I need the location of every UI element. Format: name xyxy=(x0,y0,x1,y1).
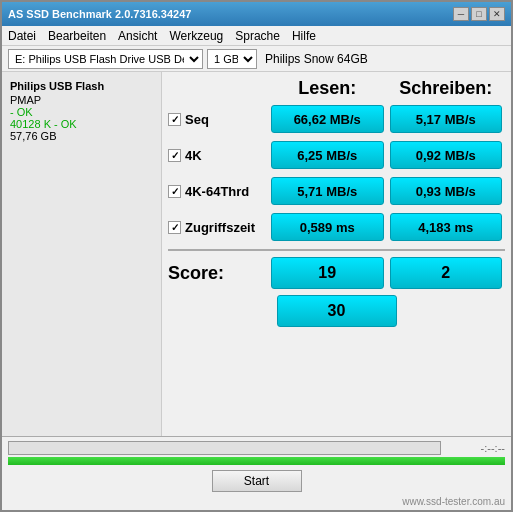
lesen-header: Lesen: xyxy=(268,78,387,99)
score-total-row: 30 xyxy=(168,295,505,327)
window-title: AS SSD Benchmark 2.0.7316.34247 xyxy=(8,8,191,20)
watermark: www.ssd-tester.com.au xyxy=(2,496,511,510)
start-button[interactable]: Start xyxy=(212,470,302,492)
bench-row-4k: ✓ 4K 6,25 MB/s 0,92 MB/s xyxy=(168,139,505,171)
bench-row-4k64: ✓ 4K-64Thrd 5,71 MB/s 0,93 MB/s xyxy=(168,175,505,207)
progress-time: -:--:-- xyxy=(445,442,505,454)
zugriffszeit-checkbox[interactable]: ✓ xyxy=(168,221,181,234)
zugriffszeit-schreiben-value: 4,183 ms xyxy=(390,213,503,241)
toolbar: E: Philips USB Flash Drive USB Device 1 … xyxy=(2,46,511,72)
green-status-bar xyxy=(8,457,505,465)
bench-row-zugriffszeit: ✓ Zugriffszeit 0,589 ms 4,183 ms xyxy=(168,211,505,243)
score-total-value: 30 xyxy=(277,295,397,327)
score-row: Score: 19 2 xyxy=(168,255,505,291)
close-button[interactable]: ✕ xyxy=(489,7,505,21)
menu-datei[interactable]: Datei xyxy=(8,29,36,43)
bench-row-seq: ✓ Seq 66,62 MB/s 5,17 MB/s xyxy=(168,103,505,135)
score-schreiben-value: 2 xyxy=(390,257,503,289)
progress-bar-bg xyxy=(8,441,441,455)
4k64-checkbox[interactable]: ✓ xyxy=(168,185,181,198)
4k-schreiben-value: 0,92 MB/s xyxy=(390,141,503,169)
drive-size: 57,76 GB xyxy=(10,130,153,142)
drive-name-label: Philips Snow 64GB xyxy=(265,52,368,66)
4k-checkbox[interactable]: ✓ xyxy=(168,149,181,162)
score-lesen-value: 19 xyxy=(271,257,384,289)
menu-ansicht[interactable]: Ansicht xyxy=(118,29,157,43)
zugriffszeit-label: ✓ Zugriffszeit xyxy=(168,220,268,235)
4k-label: ✓ 4K xyxy=(168,148,268,163)
maximize-button[interactable]: □ xyxy=(471,7,487,21)
right-panel: Lesen: Schreiben: ✓ Seq 66,62 MB/s 5,17 … xyxy=(162,72,511,436)
seq-schreiben-value: 5,17 MB/s xyxy=(390,105,503,133)
4k64-label: ✓ 4K-64Thrd xyxy=(168,184,268,199)
title-bar: AS SSD Benchmark 2.0.7316.34247 ─ □ ✕ xyxy=(2,2,511,26)
size-select[interactable]: 1 GB xyxy=(207,49,257,69)
menu-bar: Datei Bearbeiten Ansicht Werkzeug Sprach… xyxy=(2,26,511,46)
app-window: AS SSD Benchmark 2.0.7316.34247 ─ □ ✕ Da… xyxy=(0,0,513,512)
schreiben-header: Schreiben: xyxy=(387,78,506,99)
seq-lesen-value: 66,62 MB/s xyxy=(271,105,384,133)
button-row: Start xyxy=(2,467,511,496)
drive-name: Philips USB Flash xyxy=(10,80,153,92)
score-section: Score: 19 2 30 xyxy=(168,249,505,331)
progress-bar-container: -:--:-- xyxy=(2,437,511,457)
drive-select[interactable]: E: Philips USB Flash Drive USB Device xyxy=(8,49,203,69)
minimize-button[interactable]: ─ xyxy=(453,7,469,21)
zugriffszeit-lesen-value: 0,589 ms xyxy=(271,213,384,241)
pmap-label: PMAP xyxy=(10,94,153,106)
menu-bearbeiten[interactable]: Bearbeiten xyxy=(48,29,106,43)
header-row: Lesen: Schreiben: xyxy=(168,78,505,99)
bottom-area: -:--:-- Start www.ssd-tester.com.au xyxy=(2,436,511,510)
seq-checkbox[interactable]: ✓ xyxy=(168,113,181,126)
status-ok2: 40128 K - OK xyxy=(10,118,153,130)
left-panel: Philips USB Flash PMAP - OK 40128 K - OK… xyxy=(2,72,162,436)
status-ok1: - OK xyxy=(10,106,153,118)
score-label: Score: xyxy=(168,263,268,284)
menu-werkzeug[interactable]: Werkzeug xyxy=(169,29,223,43)
4k-lesen-value: 6,25 MB/s xyxy=(271,141,384,169)
main-content: Philips USB Flash PMAP - OK 40128 K - OK… xyxy=(2,72,511,436)
4k64-lesen-value: 5,71 MB/s xyxy=(271,177,384,205)
title-buttons: ─ □ ✕ xyxy=(453,7,505,21)
menu-hilfe[interactable]: Hilfe xyxy=(292,29,316,43)
seq-label: ✓ Seq xyxy=(168,112,268,127)
menu-sprache[interactable]: Sprache xyxy=(235,29,280,43)
4k64-schreiben-value: 0,93 MB/s xyxy=(390,177,503,205)
